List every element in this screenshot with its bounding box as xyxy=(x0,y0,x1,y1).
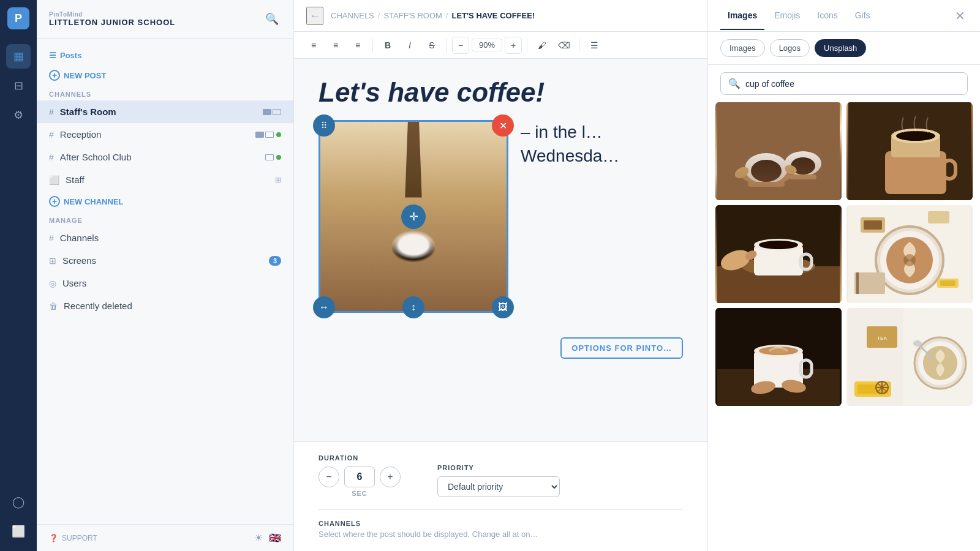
image-close-button[interactable]: ✕ xyxy=(492,114,514,137)
plus-circle-icon: + xyxy=(49,70,60,81)
image-result-6[interactable]: TEA xyxy=(846,308,973,406)
left-sidebar: PinToMind LITTLETON JUNIOR SCHOOL 🔍 ☰ Po… xyxy=(37,0,294,551)
back-button[interactable]: ← xyxy=(306,7,323,25)
tab-emojis[interactable]: Emojis xyxy=(767,2,807,30)
nav-screen-icon[interactable]: ⬜ xyxy=(6,519,31,544)
coffee-mug-svg xyxy=(846,102,973,200)
active-dot-icon xyxy=(276,155,281,160)
brightness-icon[interactable]: ☀ xyxy=(254,532,263,544)
nav-dashboard-icon[interactable]: ▦ xyxy=(6,44,31,69)
filter-logos-button[interactable]: Logos xyxy=(770,39,810,57)
image-result-4[interactable] xyxy=(846,205,973,303)
image-replace-button[interactable]: 🖼 xyxy=(492,296,514,318)
sidebar-item-recently-deleted[interactable]: 🗑 Recently deleted xyxy=(37,294,293,317)
sidebar-item-reception[interactable]: # Reception xyxy=(37,123,293,146)
sidebar-item-screens[interactable]: ⊞ Screens 3 xyxy=(37,249,293,272)
sidebar-item-users[interactable]: ◎ Users xyxy=(37,272,293,294)
nav-profile-icon[interactable]: ◯ xyxy=(6,490,31,514)
screen-indicator-icon xyxy=(273,109,281,115)
svg-rect-7 xyxy=(790,174,816,179)
post-inline-text: – in the l…Wednesda… xyxy=(521,122,619,165)
bold-button[interactable]: B xyxy=(378,36,398,55)
image-thumbnail xyxy=(846,102,973,200)
tab-images[interactable]: Images xyxy=(720,2,764,30)
manage-section-label: MANAGE xyxy=(37,212,293,227)
align-left-button[interactable]: ≡ xyxy=(304,36,323,55)
breadcrumb-staffs-room[interactable]: STAFF'S ROOM xyxy=(383,11,442,20)
manage-item-label: Recently deleted xyxy=(64,301,281,311)
sidebar-content: ☰ Posts + NEW POST CHANNELS # Staff's Ro… xyxy=(37,39,293,524)
sidebar-header: PinToMind LITTLETON JUNIOR SCHOOL 🔍 xyxy=(37,0,293,39)
duration-decrease-button[interactable]: − xyxy=(318,467,339,487)
duration-increase-button[interactable]: + xyxy=(380,467,401,487)
tab-gifs[interactable]: Gifs xyxy=(848,2,878,30)
plus-circle-icon: + xyxy=(49,196,60,207)
breadcrumb-sep: / xyxy=(446,11,448,20)
main-content: ← CHANNELS / STAFF'S ROOM / LET'S HAVE C… xyxy=(294,0,707,551)
coffee-pour xyxy=(385,122,441,198)
svg-point-32 xyxy=(903,254,916,266)
channel-icon: # xyxy=(49,130,54,140)
image-result-1[interactable] xyxy=(715,102,842,200)
zoom-in-button[interactable]: + xyxy=(505,37,522,54)
sidebar-item-staffs-room[interactable]: # Staff's Room xyxy=(37,100,293,123)
flag-icon[interactable]: 🇬🇧 xyxy=(269,532,281,544)
duration-value-input[interactable] xyxy=(344,467,375,487)
channel-icon: # xyxy=(49,152,54,162)
post-footer: DURATION − + SEC PRIORITY Default priori… xyxy=(294,441,707,551)
search-icon[interactable]: 🔍 xyxy=(263,10,281,28)
channel-name: After School Club xyxy=(60,152,259,162)
image-thumbnail xyxy=(715,308,842,406)
tab-icons[interactable]: Icons xyxy=(810,2,845,30)
image-icon: 🖼 xyxy=(498,302,508,313)
new-channel-button[interactable]: + NEW CHANNEL xyxy=(37,191,293,212)
image-container[interactable]: ⠿ ✕ ↔ ↕ 🖼 ✛ xyxy=(318,120,508,313)
toolbar-separator xyxy=(527,39,527,52)
filter-images-button[interactable]: Images xyxy=(720,39,765,57)
svg-rect-27 xyxy=(864,220,882,230)
image-result-2[interactable] xyxy=(846,102,973,200)
svg-point-43 xyxy=(769,348,788,354)
breadcrumb-channels[interactable]: CHANNELS xyxy=(331,11,374,20)
filter-unsplash-button[interactable]: Unsplash xyxy=(815,39,866,57)
sidebar-item-staff[interactable]: ⬜ Staff ⊞ xyxy=(37,168,293,191)
nav-settings-icon[interactable]: ⚙ xyxy=(6,103,31,127)
priority-select[interactable]: Default priorityHigh priorityLow priorit… xyxy=(437,476,560,497)
screen-indicator-icon xyxy=(263,109,271,115)
strikethrough-button[interactable]: S xyxy=(422,36,442,55)
nav-library-icon[interactable]: ⊟ xyxy=(6,73,31,98)
tea-overhead-svg: TEA xyxy=(846,308,973,406)
sidebar-item-after-school-club[interactable]: # After School Club xyxy=(37,146,293,168)
search-icon: 🔍 xyxy=(728,78,741,89)
image-drag-handle[interactable]: ⠿ xyxy=(313,114,335,137)
list-button[interactable]: ☰ xyxy=(584,36,604,55)
align-center-button[interactable]: ≡ xyxy=(326,36,345,55)
trash-icon: 🗑 xyxy=(49,301,58,311)
new-post-button[interactable]: + NEW POST xyxy=(37,65,293,86)
support-link[interactable]: ❓ SUPPORT xyxy=(49,534,97,542)
zoom-out-button[interactable]: − xyxy=(452,37,469,54)
editor-area[interactable]: Let's have coffee! ⠿ ✕ ↔ ↕ xyxy=(294,59,707,441)
image-resize-width-button[interactable]: ↔ xyxy=(313,296,335,318)
svg-point-2 xyxy=(745,153,788,184)
options-button[interactable]: OPTIONS FOR PINTO… xyxy=(560,337,683,359)
app-logo[interactable]: P xyxy=(7,7,29,29)
screen-indicator-icon xyxy=(265,154,274,160)
paint-button[interactable]: 🖌 xyxy=(532,36,552,55)
close-icon: ✕ xyxy=(499,120,507,132)
search-input[interactable] xyxy=(745,79,960,89)
eraser-button[interactable]: ⌫ xyxy=(554,36,574,55)
panel-close-button[interactable]: ✕ xyxy=(952,6,968,26)
channel-name: Reception xyxy=(60,129,249,140)
svg-point-14 xyxy=(896,131,935,141)
coffee-overhead-svg xyxy=(846,205,973,303)
toolbar-separator xyxy=(579,39,579,52)
grid-icon: ⊞ xyxy=(275,176,281,184)
logo-letter: P xyxy=(15,12,22,25)
align-right-button[interactable]: ≡ xyxy=(348,36,368,55)
image-resize-height-button[interactable]: ↕ xyxy=(402,296,424,318)
sidebar-item-channels[interactable]: # Channels xyxy=(37,227,293,249)
italic-button[interactable]: I xyxy=(400,36,420,55)
image-result-3[interactable] xyxy=(715,205,842,303)
image-result-5[interactable] xyxy=(715,308,842,406)
